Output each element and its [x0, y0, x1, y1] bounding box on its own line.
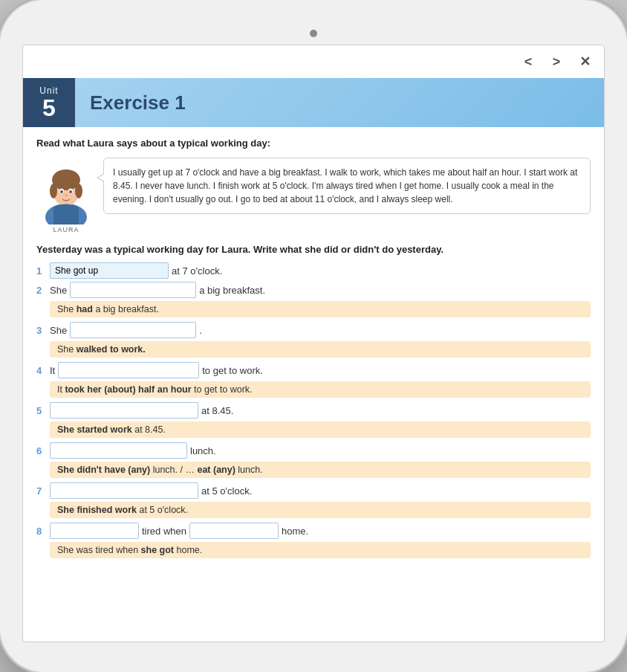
feedback-5: She started work at 8.45.: [50, 421, 591, 438]
input-3[interactable]: [70, 322, 196, 338]
camera: [310, 30, 317, 37]
close-button[interactable]: ✕: [574, 51, 595, 72]
row-suffix-8: home.: [282, 526, 308, 537]
row-suffix-5: at 8.45.: [201, 405, 233, 416]
exercise-row-2: 2She a big breakfast.: [36, 282, 591, 298]
input-6[interactable]: [50, 442, 187, 459]
exercise-row-1: 1 at 7 o'clock.: [36, 262, 591, 279]
row-middle-8: tired when: [142, 526, 186, 537]
exercise-item-6: 6 lunch.She didn't have (any) lunch. / ……: [36, 442, 591, 478]
row-suffix-2: a big breakfast.: [199, 285, 265, 296]
content: Read what Laura says about a typical wor…: [23, 127, 604, 642]
row-number-4: 4: [36, 365, 47, 376]
speech-bubble: I usually get up at 7 o'clock and have a…: [103, 158, 591, 214]
row-number-1: 1: [36, 265, 47, 277]
exercise-row-6: 6 lunch.: [36, 442, 591, 459]
laura-avatar: LAURA: [36, 158, 96, 233]
input-1[interactable]: [50, 262, 169, 279]
exercise-title: Exercise 1: [75, 83, 201, 123]
input-2[interactable]: [70, 282, 196, 298]
input-8a[interactable]: [50, 523, 139, 539]
feedback-6: She didn't have (any) lunch. / … eat (an…: [50, 462, 591, 478]
exercise-row-3: 3She .: [36, 322, 591, 338]
feedback-4: It took her (about) half an hour to get …: [50, 381, 591, 398]
row-suffix-3: .: [199, 325, 202, 336]
read-instruction: Read what Laura says about a typical wor…: [36, 138, 591, 149]
exercise-item-1: 1 at 7 o'clock.: [36, 262, 591, 279]
row-suffix-1: at 7 o'clock.: [172, 265, 222, 277]
exercise-row-5: 5 at 8.45.: [36, 402, 591, 419]
row-number-3: 3: [36, 325, 47, 336]
exercise-row-7: 7 at 5 o'clock.: [36, 482, 591, 499]
row-prefix-2: She: [50, 285, 67, 296]
exercise-item-3: 3She .She walked to work.: [36, 322, 591, 358]
unit-badge: Unit 5: [23, 78, 75, 127]
svg-point-9: [69, 190, 72, 193]
row-suffix-6: lunch.: [190, 445, 216, 456]
exercise-item-5: 5 at 8.45.She started work at 8.45.: [36, 402, 591, 438]
exercise-row-4: 4It to get to work.: [36, 362, 591, 378]
nav-bar: < > ✕: [518, 51, 595, 72]
feedback-3: She walked to work.: [50, 341, 591, 358]
row-number-2: 2: [36, 285, 47, 296]
header: Unit 5 Exercise 1: [23, 78, 604, 127]
input-8b[interactable]: [189, 523, 279, 539]
row-number-6: 6: [36, 445, 47, 456]
svg-point-5: [75, 184, 82, 198]
row-number-5: 5: [36, 405, 47, 416]
speech-text: I usually get up at 7 o'clock and have a…: [113, 167, 577, 204]
laura-avatar-image: [39, 158, 94, 224]
row-suffix-7: at 5 o'clock.: [201, 485, 252, 497]
task-instruction: Yesterday was a typical working day for …: [36, 244, 591, 255]
svg-point-10: [65, 195, 68, 197]
exercise-item-4: 4It to get to work.It took her (about) h…: [36, 362, 591, 398]
input-4[interactable]: [58, 362, 199, 378]
exercise-item-8: 8 tired when home.She was tired when she…: [36, 523, 591, 558]
forward-button[interactable]: >: [546, 51, 567, 72]
svg-point-8: [60, 190, 63, 193]
exercise-row-8: 8 tired when home.: [36, 523, 591, 539]
screen: < > ✕ Unit 5 Exercise 1 Read what Laura …: [22, 45, 605, 642]
row-suffix-4: to get to work.: [202, 365, 263, 376]
row-number-7: 7: [36, 485, 47, 497]
svg-point-4: [50, 184, 57, 198]
input-7[interactable]: [50, 482, 198, 499]
laura-section: LAURA I usually get up at 7 o'clock and …: [36, 158, 591, 233]
input-5[interactable]: [50, 402, 198, 419]
back-button[interactable]: <: [518, 51, 539, 72]
feedback-8: She was tired when she got home.: [50, 542, 591, 558]
row-prefix-4: It: [50, 365, 55, 376]
exercise-rows: 1 at 7 o'clock.2She a big breakfast.She …: [36, 262, 591, 558]
laura-name: LAURA: [53, 226, 79, 233]
feedback-2: She had a big breakfast.: [50, 301, 591, 317]
tablet: < > ✕ Unit 5 Exercise 1 Read what Laura …: [0, 0, 627, 672]
row-prefix-3: She: [50, 325, 67, 336]
row-number-8: 8: [36, 526, 47, 537]
unit-number: 5: [42, 96, 56, 120]
exercise-item-2: 2She a big breakfast.She had a big break…: [36, 282, 591, 317]
feedback-7: She finished work at 5 o'clock.: [50, 502, 591, 518]
exercise-item-7: 7 at 5 o'clock.She finished work at 5 o'…: [36, 482, 591, 518]
